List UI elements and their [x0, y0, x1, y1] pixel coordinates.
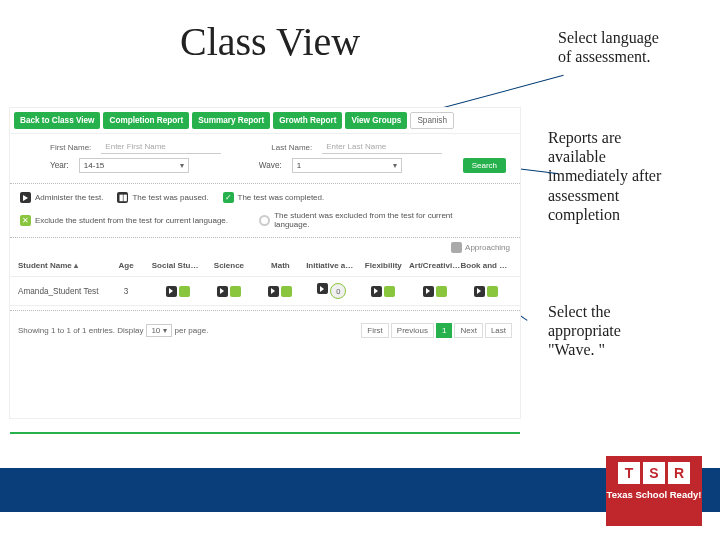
administer-button[interactable] [371, 286, 382, 297]
summary-report-button[interactable]: Summary Report [192, 112, 270, 129]
slide-title: Class View [180, 18, 360, 65]
th-age[interactable]: Age [100, 261, 151, 270]
annotation-wave: Select the appropriate "Wave. " [548, 302, 668, 360]
pause-icon: ▮▮ [117, 192, 128, 203]
legend-exclude: ✕Exclude the student from the test for c… [20, 211, 245, 229]
per-page-suffix: per page. [175, 326, 209, 335]
administer-button[interactable] [423, 286, 434, 297]
play-icon [20, 192, 31, 203]
logo-letter-s: S [643, 462, 665, 484]
table-header: Student Name ▴ Age Social Studies Scienc… [10, 255, 520, 277]
th-init[interactable]: Initiative and Curio... [306, 261, 357, 270]
search-row-2: Year: 14-15▾ Wave: 1▾ Search [10, 158, 520, 179]
exclude-button[interactable] [179, 286, 190, 297]
year-label: Year: [50, 161, 69, 170]
app-panel: Back to Class View Completion Report Sum… [10, 108, 520, 418]
legend-administer: Administer the test. [20, 192, 103, 203]
year-select[interactable]: 14-15▾ [79, 158, 189, 173]
administer-button[interactable] [268, 286, 279, 297]
last-name-label: Last Name: [271, 143, 312, 152]
page-first[interactable]: First [361, 323, 389, 338]
administer-button[interactable] [217, 286, 228, 297]
view-groups-button[interactable]: View Groups [345, 112, 407, 129]
search-button[interactable]: Search [463, 158, 506, 173]
wave-label: Wave: [259, 161, 282, 170]
th-book[interactable]: Book and Print R... [461, 261, 512, 270]
pagination: First Previous 1 Next Last [361, 323, 512, 338]
td-art [409, 286, 460, 297]
th-science[interactable]: Science [203, 261, 254, 270]
td-social [152, 286, 203, 297]
legend-excluded: The student was excluded from the test f… [259, 211, 484, 229]
language-select[interactable]: Spanish [410, 112, 454, 129]
last-name-input[interactable]: Enter Last Name [322, 140, 442, 154]
toolbar: Back to Class View Completion Report Sum… [10, 108, 520, 134]
back-to-class-view-button[interactable]: Back to Class View [14, 112, 100, 129]
first-name-label: First Name: [50, 143, 91, 152]
td-age: 3 [100, 287, 151, 296]
sort-icon: ▴ [74, 261, 78, 270]
annotation-language: Select language of assessment. [558, 28, 668, 66]
td-flex [358, 286, 409, 297]
showing-text: Showing 1 to 1 of 1 entries. Display [18, 326, 143, 335]
th-math[interactable]: Math [255, 261, 306, 270]
page-last[interactable]: Last [485, 323, 512, 338]
logo-subtitle: Texas School Ready! [606, 489, 702, 500]
score-badge: 0 [330, 283, 346, 299]
td-init: 0 [306, 283, 357, 299]
exclude-button[interactable] [487, 286, 498, 297]
table-footer: Showing 1 to 1 of 1 entries. Display 10 … [10, 315, 520, 346]
th-student[interactable]: Student Name ▴ [18, 261, 100, 270]
td-book [461, 286, 512, 297]
check-icon: ✓ [223, 192, 234, 203]
search-row-1: First Name: Enter First Name Last Name: … [10, 134, 520, 158]
exclude-button[interactable] [281, 286, 292, 297]
exclude-icon: ✕ [20, 215, 31, 226]
annotation-reports: Reports are available immediately after … [548, 128, 668, 224]
th-art[interactable]: Art/Creativity And D... [409, 261, 460, 270]
chevron-down-icon: ▾ [393, 161, 397, 170]
page-prev[interactable]: Previous [391, 323, 434, 338]
legend-paused: ▮▮The test was paused. [117, 192, 208, 203]
first-name-input[interactable]: Enter First Name [101, 140, 221, 154]
td-math [255, 286, 306, 297]
logo-letter-t: T [618, 462, 640, 484]
chevron-down-icon: ▾ [180, 161, 184, 170]
legend: Administer the test. ▮▮The test was paus… [10, 188, 520, 233]
table-row: Amanda_Student Test 3 0 [10, 277, 520, 306]
exclude-button[interactable] [436, 286, 447, 297]
administer-button[interactable] [474, 286, 485, 297]
legend-completed: ✓The test was completed. [223, 192, 325, 203]
growth-report-button[interactable]: Growth Report [273, 112, 342, 129]
tsr-logo: T S R Texas School Ready! [606, 456, 702, 526]
exclude-button[interactable] [230, 286, 241, 297]
panel-underline [10, 432, 520, 434]
logo-letter-r: R [668, 462, 690, 484]
page-next[interactable]: Next [454, 323, 482, 338]
administer-button[interactable] [317, 283, 328, 294]
wave-select[interactable]: 1▾ [292, 158, 402, 173]
administer-button[interactable] [166, 286, 177, 297]
th-social[interactable]: Social Studies [152, 261, 203, 270]
th-flex[interactable]: Flexibility [358, 261, 409, 270]
exclude-button[interactable] [384, 286, 395, 297]
td-student-name[interactable]: Amanda_Student Test [18, 287, 100, 296]
page-current[interactable]: 1 [436, 323, 452, 338]
completion-report-button[interactable]: Completion Report [103, 112, 189, 129]
legend-approaching: Approaching [10, 242, 520, 255]
rows-per-page-select[interactable]: 10 ▾ [146, 324, 171, 337]
excluded-icon [259, 215, 270, 226]
td-science [203, 286, 254, 297]
